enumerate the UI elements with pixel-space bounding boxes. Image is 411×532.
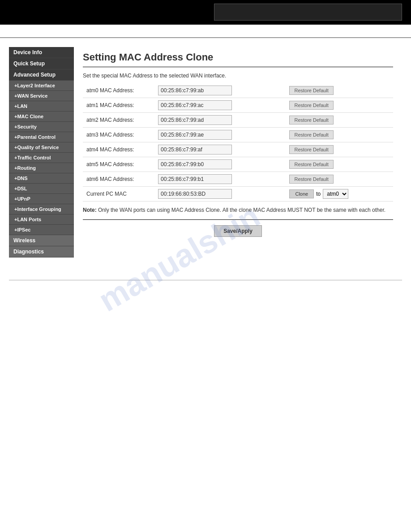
restore-cell-4: Restore Default: [286, 142, 393, 157]
bottom-divider: [83, 219, 393, 220]
mac-input-cell-1: [154, 98, 286, 113]
restore-cell-5: Restore Default: [286, 157, 393, 172]
current-pc-mac-cell: [154, 187, 286, 202]
mac-row-1: atm1 MAC Address:Restore Default: [83, 98, 393, 113]
mac-input-1[interactable]: [158, 100, 232, 110]
sidebar-item-dns[interactable]: +DNS: [9, 173, 74, 184]
save-apply-button[interactable]: Save/Apply: [214, 225, 262, 237]
main-layout: Device InfoQuick SetupAdvanced Setup+Lay…: [0, 38, 411, 266]
footer: [9, 280, 402, 283]
restore-cell-2: Restore Default: [286, 113, 393, 128]
clone-button[interactable]: Clone: [289, 189, 314, 198]
sidebar-item-ipsec[interactable]: +IPSec: [9, 225, 74, 235]
mac-label-6: atm6 MAC Address:: [83, 172, 154, 187]
mac-label-3: atm3 MAC Address:: [83, 128, 154, 142]
sidebar-item-parental-control[interactable]: +Parental Control: [9, 132, 74, 142]
mac-input-cell-5: [154, 157, 286, 172]
restore-button-0[interactable]: Restore Default: [289, 86, 333, 95]
sidebar-item-routing[interactable]: +Routing: [9, 163, 74, 173]
mac-row-6: atm6 MAC Address:Restore Default: [83, 172, 393, 187]
sidebar-item-mac-clone[interactable]: +MAC Clone: [9, 112, 74, 122]
current-pc-mac-input[interactable]: [158, 189, 232, 199]
page-title: Setting MAC Address Clone: [83, 51, 393, 63]
clone-cell: Clone to atm0atm1atm2atm3atm4atm5atm6: [286, 187, 393, 202]
content-area: Setting MAC Address Clone Set the specia…: [74, 47, 402, 257]
restore-button-4[interactable]: Restore Default: [289, 145, 333, 154]
mac-input-cell-4: [154, 142, 286, 157]
clone-to-label: to: [316, 191, 321, 197]
note-text: Note: Only the WAN ports can using MAC A…: [83, 206, 393, 214]
mac-input-cell-2: [154, 113, 286, 128]
mac-input-4[interactable]: [158, 145, 232, 154]
mac-label-5: atm5 MAC Address:: [83, 157, 154, 172]
sidebar: Device InfoQuick SetupAdvanced Setup+Lay…: [9, 47, 74, 257]
top-divider: [83, 67, 393, 67]
restore-button-3[interactable]: Restore Default: [289, 130, 333, 139]
sidebar-item-lan[interactable]: +LAN: [9, 101, 74, 112]
restore-button-1[interactable]: Restore Default: [289, 101, 333, 110]
mac-input-0[interactable]: [158, 86, 232, 95]
sidebar-item-traffic-control[interactable]: +Traffic Control: [9, 153, 74, 163]
sidebar-item-advanced-setup[interactable]: Advanced Setup: [9, 69, 74, 81]
restore-cell-3: Restore Default: [286, 128, 393, 142]
sidebar-item-security[interactable]: +Security: [9, 122, 74, 132]
current-pc-label: Current PC MAC: [83, 187, 154, 202]
sidebar-item-dsl[interactable]: +DSL: [9, 184, 74, 194]
mac-input-cell-6: [154, 172, 286, 187]
mac-address-table: atm0 MAC Address:Restore Defaultatm1 MAC…: [83, 83, 393, 202]
sidebar-item-layer2-interface[interactable]: +Layer2 Interface: [9, 81, 74, 91]
sidebar-item-lan-ports[interactable]: +LAN Ports: [9, 215, 74, 225]
mac-label-2: atm2 MAC Address:: [83, 113, 154, 128]
top-nav: [0, 25, 411, 38]
mac-input-6[interactable]: [158, 174, 232, 184]
header-brand-block: [214, 4, 402, 21]
mac-input-5[interactable]: [158, 159, 232, 169]
sidebar-item-upnp[interactable]: +UPnP: [9, 194, 74, 204]
mac-row-5: atm5 MAC Address:Restore Default: [83, 157, 393, 172]
sidebar-item-wireless[interactable]: Wireless: [9, 235, 74, 246]
restore-cell-6: Restore Default: [286, 172, 393, 187]
restore-cell-1: Restore Default: [286, 98, 393, 113]
description: Set the special MAC Address to the selec…: [83, 73, 393, 79]
mac-row-0: atm0 MAC Address:Restore Default: [83, 83, 393, 98]
mac-label-1: atm1 MAC Address:: [83, 98, 154, 113]
atm-select[interactable]: atm0atm1atm2atm3atm4atm5atm6: [323, 189, 348, 199]
mac-label-4: atm4 MAC Address:: [83, 142, 154, 157]
mac-row-4: atm4 MAC Address:Restore Default: [83, 142, 393, 157]
restore-button-6[interactable]: Restore Default: [289, 175, 333, 184]
restore-button-2[interactable]: Restore Default: [289, 116, 333, 124]
sidebar-item-diagnostics[interactable]: Diagnostics: [9, 246, 74, 257]
restore-button-5[interactable]: Restore Default: [289, 160, 333, 169]
mac-input-cell-3: [154, 128, 286, 142]
sidebar-item-quick-setup[interactable]: Quick Setup: [9, 58, 74, 69]
sidebar-item-quality-of-service[interactable]: +Quality of Service: [9, 142, 74, 153]
mac-input-2[interactable]: [158, 115, 232, 125]
mac-input-3[interactable]: [158, 130, 232, 140]
mac-input-cell-0: [154, 83, 286, 98]
sidebar-item-interface-grouping[interactable]: +Interface Grouping: [9, 204, 74, 215]
sidebar-item-device-info[interactable]: Device Info: [9, 47, 74, 58]
current-pc-row: Current PC MAC Clone to atm0atm1atm2atm3…: [83, 187, 393, 202]
mac-row-3: atm3 MAC Address:Restore Default: [83, 128, 393, 142]
mac-label-0: atm0 MAC Address:: [83, 83, 154, 98]
header: [0, 0, 411, 25]
sidebar-item-wan-service[interactable]: +WAN Service: [9, 91, 74, 101]
mac-row-2: atm2 MAC Address:Restore Default: [83, 113, 393, 128]
restore-cell-0: Restore Default: [286, 83, 393, 98]
